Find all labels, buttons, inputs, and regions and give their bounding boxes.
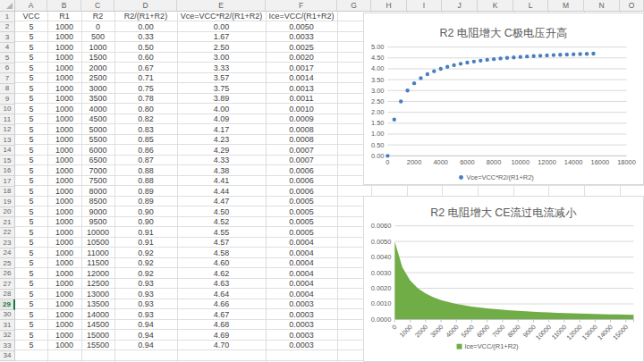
sheet-cell[interactable]: 4.17 — [177, 125, 266, 136]
sheet-cell[interactable]: 1000 — [47, 331, 81, 341]
sheet-cell[interactable]: 5 — [15, 238, 47, 248]
sheet-cell[interactable]: 4.64 — [177, 290, 266, 300]
sheet-cell[interactable]: 1000 — [47, 146, 81, 156]
sheet-cell[interactable]: 10000 — [81, 228, 114, 239]
sheet-cell[interactable]: 4.50 — [177, 207, 266, 218]
sheet-cell[interactable]: 0.89 — [114, 197, 177, 207]
sheet-cell[interactable]: 12000 — [81, 269, 114, 280]
sheet-cell[interactable]: 14500 — [81, 320, 114, 331]
sheet-cell[interactable]: 4.58 — [177, 248, 266, 259]
row-header-4[interactable]: 4 — [0, 43, 15, 54]
row-header-23[interactable]: 23 — [0, 238, 15, 248]
sheet-cell[interactable]: 0.89 — [114, 187, 177, 198]
sheet-cell[interactable]: 5 — [15, 269, 47, 280]
sheet-cell[interactable]: 0.0014 — [266, 73, 337, 84]
sheet-cell[interactable]: 0.0007 — [266, 156, 337, 166]
sheet-cell[interactable]: 9500 — [81, 217, 114, 228]
sheet-cell[interactable]: 4.33 — [177, 156, 266, 166]
sheet-header-cell[interactable]: Ice=VCC/(R1+R2) — [266, 12, 337, 22]
sheet-cell[interactable]: 7000 — [81, 166, 114, 177]
sheet-cell[interactable]: 5 — [15, 135, 47, 146]
row-header-2[interactable]: 2 — [0, 22, 15, 33]
sheet-cell[interactable]: 4.52 — [177, 217, 266, 228]
sheet-cell[interactable]: 4.44 — [177, 187, 266, 198]
sheet-cell[interactable]: 6500 — [81, 156, 114, 166]
sheet-cell[interactable]: 500 — [81, 32, 114, 43]
row-header-28[interactable]: 28 — [0, 290, 15, 300]
sheet-cell[interactable]: 5 — [15, 176, 47, 187]
sheet-cell[interactable]: 5 — [15, 187, 47, 198]
sheet-cell[interactable]: 0.93 — [114, 299, 177, 310]
sheet-cell[interactable]: 3500 — [81, 94, 114, 105]
sheet-cell[interactable]: 2000 — [81, 63, 114, 74]
sheet-cell[interactable]: 1000 — [47, 197, 81, 207]
sheet-cell[interactable]: 0.0003 — [266, 299, 337, 310]
sheet-cell[interactable]: 0 — [81, 22, 114, 33]
sheet-cell[interactable]: 0.0004 — [266, 269, 337, 280]
sheet-cell[interactable]: 0.00 — [177, 22, 266, 33]
sheet-cell[interactable]: 5 — [15, 53, 47, 63]
sheet-cell[interactable]: 0.88 — [114, 166, 177, 177]
sheet-cell[interactable]: 5 — [15, 248, 47, 259]
sheet-cell[interactable]: 15000 — [81, 331, 114, 341]
column-header-A[interactable]: A — [15, 0, 47, 12]
sheet-cell[interactable]: 0.92 — [114, 258, 177, 269]
sheet-cell[interactable]: 1000 — [47, 228, 81, 239]
sheet-cell[interactable]: 0.0004 — [266, 258, 337, 269]
sheet-cell[interactable]: 1000 — [47, 207, 81, 218]
sheet-cell[interactable]: 5 — [15, 22, 47, 33]
row-header-11[interactable]: 11 — [0, 114, 15, 125]
row-header-12[interactable]: 12 — [0, 125, 15, 136]
sheet-cell[interactable]: 1000 — [47, 217, 81, 228]
sheet-cell[interactable]: 5 — [15, 32, 47, 43]
sheet-cell[interactable]: 0.90 — [114, 207, 177, 218]
row-header-22[interactable]: 22 — [0, 228, 15, 239]
sheet-cell[interactable]: 5 — [15, 84, 47, 95]
sheet-cell[interactable]: 0.0004 — [266, 279, 337, 290]
sheet-cell[interactable]: 1000 — [47, 156, 81, 166]
sheet-cell[interactable]: 4.60 — [177, 258, 266, 269]
sheet-cell[interactable]: 5 — [15, 166, 47, 177]
sheet-cell[interactable]: 4.29 — [177, 146, 266, 156]
sheet-cell[interactable]: 5 — [15, 94, 47, 105]
sheet-cell[interactable]: 0.0008 — [266, 125, 337, 136]
row-header-30[interactable]: 30 — [0, 310, 15, 321]
sheet-cell[interactable]: 1000 — [47, 176, 81, 187]
sheet-cell[interactable]: 4.62 — [177, 269, 266, 280]
sheet-cell[interactable]: 5 — [15, 207, 47, 218]
column-header-B[interactable]: B — [47, 0, 81, 12]
sheet-cell[interactable]: 0.0017 — [266, 63, 337, 74]
sheet-cell[interactable]: 0.00 — [114, 22, 177, 33]
sheet-cell[interactable]: 1000 — [47, 299, 81, 310]
column-header-M[interactable]: M — [548, 0, 584, 12]
sheet-cell[interactable]: 5 — [15, 156, 47, 166]
sheet-cell[interactable]: 4.68 — [177, 320, 266, 331]
sheet-cell[interactable]: 11500 — [81, 258, 114, 269]
sheet-cell[interactable]: 4.09 — [177, 114, 266, 125]
sheet-cell[interactable]: 1000 — [47, 269, 81, 280]
row-header-9[interactable]: 9 — [0, 94, 15, 105]
sheet-cell[interactable]: 1000 — [47, 187, 81, 198]
sheet-cell[interactable]: 3.89 — [177, 94, 266, 105]
chart-vce-scatter[interactable]: R2 电阻增大 C极电压升高0.000.501.001.502.002.503.… — [363, 13, 644, 185]
sheet-cell[interactable]: 5 — [15, 217, 47, 228]
row-header-34[interactable]: 34 — [0, 351, 15, 362]
column-header-E[interactable]: E — [177, 0, 266, 12]
sheet-cell[interactable]: 0.71 — [114, 73, 177, 84]
sheet-cell[interactable]: 1000 — [47, 341, 81, 351]
sheet-cell[interactable]: 5 — [15, 331, 47, 341]
sheet-cell[interactable]: 0.0003 — [266, 320, 337, 331]
sheet-cell[interactable]: 15500 — [81, 341, 114, 351]
sheet-cell[interactable]: 0.93 — [114, 279, 177, 290]
row-header-1[interactable]: 1 — [0, 12, 15, 22]
column-header-G[interactable]: G — [337, 0, 371, 12]
sheet-cell[interactable]: 0.88 — [114, 176, 177, 187]
sheet-cell[interactable]: 1000 — [47, 105, 81, 115]
row-header-8[interactable]: 8 — [0, 84, 15, 95]
sheet-header-cell[interactable]: Vce=VCC*R2/(R1+R2) — [177, 12, 266, 22]
sheet-cell[interactable]: 1000 — [47, 32, 81, 43]
sheet-cell[interactable]: 1000 — [47, 320, 81, 331]
sheet-cell[interactable]: 1000 — [81, 43, 114, 54]
column-header-L[interactable]: L — [513, 0, 548, 12]
sheet-cell[interactable]: 5 — [15, 73, 47, 84]
